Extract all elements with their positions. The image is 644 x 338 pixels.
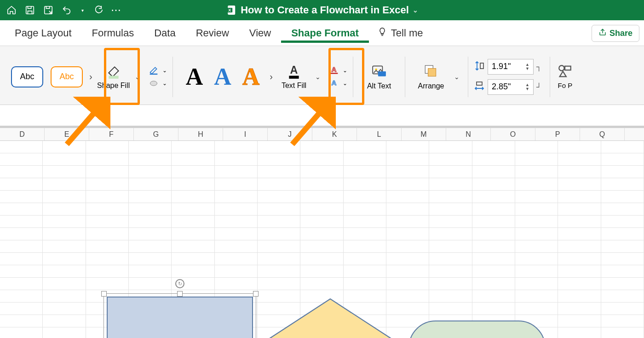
grid-cell[interactable] <box>558 191 601 203</box>
text-effects-button[interactable]: A ⌄ <box>328 79 347 88</box>
home-icon[interactable] <box>6 5 17 15</box>
grid-cell[interactable] <box>215 253 258 265</box>
grid-cell[interactable] <box>0 153 43 166</box>
grid-cell[interactable] <box>215 191 258 203</box>
share-button[interactable]: Share <box>592 25 639 42</box>
flowchart-decision-shape[interactable]: Decision <box>257 297 404 338</box>
grid-cell[interactable] <box>344 228 386 240</box>
grid-cell[interactable] <box>344 216 386 228</box>
grid-cell[interactable] <box>386 203 429 216</box>
grid-cell[interactable] <box>0 240 43 253</box>
grid-cell[interactable] <box>558 228 601 240</box>
grid-cell[interactable] <box>0 327 43 338</box>
grid-cell[interactable] <box>86 216 129 228</box>
grid-row[interactable] <box>0 253 644 265</box>
grid-cell[interactable] <box>300 253 343 265</box>
grid-cell[interactable] <box>300 178 343 191</box>
grid-cell[interactable] <box>258 178 300 191</box>
flowchart-terminator-shape[interactable]: Terminator <box>408 321 546 338</box>
grid-cell[interactable] <box>601 228 644 240</box>
grid-row[interactable] <box>0 178 644 191</box>
grid-cell[interactable] <box>300 166 343 178</box>
grid-cell[interactable] <box>300 216 343 228</box>
grid-cell[interactable] <box>258 191 300 203</box>
grid-cell[interactable] <box>43 303 86 315</box>
grid-cell[interactable] <box>172 191 214 203</box>
grid-cell[interactable] <box>515 178 558 191</box>
tab-shape-format[interactable]: Shape Format <box>281 23 369 43</box>
grid-cell[interactable] <box>258 253 300 265</box>
grid-cell[interactable] <box>172 166 214 178</box>
text-fill-button[interactable]: A Text Fill <box>276 64 312 90</box>
column-header-G[interactable]: G <box>134 128 178 140</box>
grid-cell[interactable] <box>129 240 172 253</box>
grid-cell[interactable] <box>172 203 214 216</box>
grid-cell[interactable] <box>43 216 86 228</box>
column-headers[interactable]: DEFGHIJKLMNOPQ <box>0 128 644 141</box>
grid-cell[interactable] <box>258 278 300 290</box>
grid-cell[interactable] <box>558 278 601 290</box>
grid-cell[interactable] <box>300 278 343 290</box>
shape-fill-button[interactable]: Shape Fill <box>95 64 132 90</box>
grid-cell[interactable] <box>429 153 472 166</box>
column-header-M[interactable]: M <box>402 128 446 140</box>
more-commands-icon[interactable]: ⋯ <box>111 5 121 15</box>
grid-cell[interactable] <box>429 203 472 216</box>
grid-cell[interactable] <box>601 253 644 265</box>
grid-cell[interactable] <box>86 166 129 178</box>
shape-styles-more-icon[interactable]: › <box>89 71 92 82</box>
grid-cell[interactable] <box>472 303 515 315</box>
grid-cell[interactable] <box>86 178 129 191</box>
grid-cell[interactable] <box>86 141 129 153</box>
grid-cell[interactable] <box>215 178 258 191</box>
grid-cell[interactable] <box>601 240 644 253</box>
grid-cell[interactable] <box>43 191 86 203</box>
grid-cell[interactable] <box>0 290 43 303</box>
grid-cell[interactable] <box>515 228 558 240</box>
grid-cell[interactable] <box>172 178 214 191</box>
grid-cell[interactable] <box>300 191 343 203</box>
grid-cell[interactable] <box>258 265 300 278</box>
grid-cell[interactable] <box>472 178 515 191</box>
grid-cell[interactable] <box>472 203 515 216</box>
shape-style-preset-1[interactable]: Abc <box>11 66 43 87</box>
grid-cell[interactable] <box>386 228 429 240</box>
grid-cell[interactable] <box>43 278 86 290</box>
alt-text-button[interactable]: Alt Text <box>359 64 399 90</box>
grid-cell[interactable] <box>472 228 515 240</box>
flowchart-process-shape[interactable]: Process <box>107 297 253 338</box>
grid-cell[interactable] <box>558 203 601 216</box>
grid-cell[interactable] <box>300 240 343 253</box>
grid-cell[interactable] <box>215 265 258 278</box>
grid-cell[interactable] <box>215 278 258 290</box>
save-as-icon[interactable] <box>43 5 53 15</box>
shape-height-input[interactable]: 1.91" ▲▼ <box>488 59 534 75</box>
grid-cell[interactable] <box>472 216 515 228</box>
wordart-preset-2[interactable]: A <box>214 63 231 90</box>
grid-cell[interactable] <box>386 240 429 253</box>
grid-cell[interactable] <box>558 303 601 315</box>
grid-cell[interactable] <box>558 216 601 228</box>
grid-row[interactable] <box>0 203 644 216</box>
title-dropdown-icon[interactable]: ⌄ <box>413 6 418 14</box>
redo-icon[interactable] <box>93 5 103 15</box>
grid-cell[interactable] <box>129 228 172 240</box>
grid-cell[interactable] <box>258 141 300 153</box>
grid-cell[interactable] <box>515 216 558 228</box>
grid-cell[interactable] <box>0 253 43 265</box>
grid-cell[interactable] <box>429 141 472 153</box>
grid-cell[interactable] <box>601 290 644 303</box>
grid-cell[interactable] <box>258 228 300 240</box>
tab-data[interactable]: Data <box>144 23 185 43</box>
grid-cell[interactable] <box>386 278 429 290</box>
tab-view[interactable]: View <box>239 23 281 43</box>
grid-cell[interactable] <box>0 141 43 153</box>
grid-cell[interactable] <box>0 303 43 315</box>
arrange-dropdown-icon[interactable]: ⌄ <box>454 73 460 81</box>
grid-cell[interactable] <box>129 278 172 290</box>
column-header-D[interactable]: D <box>0 128 45 140</box>
grid-cell[interactable] <box>515 191 558 203</box>
grid-cell[interactable] <box>515 141 558 153</box>
grid-cell[interactable] <box>386 253 429 265</box>
grid-cell[interactable] <box>386 191 429 203</box>
